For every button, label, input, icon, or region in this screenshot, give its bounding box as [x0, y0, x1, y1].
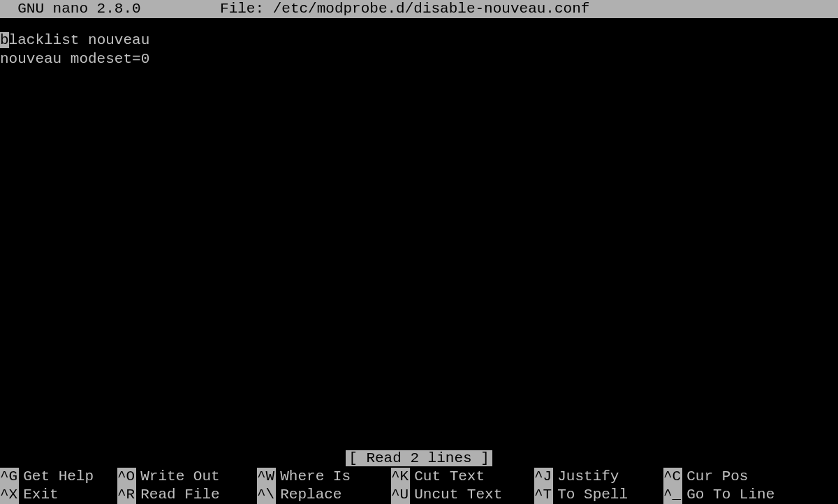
key-label: ^C — [663, 468, 682, 486]
key-label: ^K — [391, 468, 410, 486]
shortcut-row-1: ^GGet Help ^OWrite Out ^WWhere Is ^KCut … — [0, 468, 838, 486]
shortcut-label: Uncut Text — [410, 486, 502, 504]
shortcut-write-out[interactable]: ^OWrite Out — [117, 468, 257, 486]
shortcut-exit[interactable]: ^XExit — [0, 486, 117, 504]
shortcut-read-file[interactable]: ^RRead File — [117, 486, 257, 504]
cursor: b — [0, 32, 9, 48]
status-line: [ Read 2 lines ] — [0, 450, 838, 468]
shortcut-label: Replace — [276, 486, 341, 504]
shortcut-cut-text[interactable]: ^KCut Text — [391, 468, 534, 486]
shortcut-uncut-text[interactable]: ^UUncut Text — [391, 486, 534, 504]
shortcut-rows: ^GGet Help ^OWrite Out ^WWhere Is ^KCut … — [0, 468, 838, 504]
bottom-panel: [ Read 2 lines ] ^GGet Help ^OWrite Out … — [0, 450, 838, 504]
shortcut-label: Justify — [553, 468, 619, 486]
shortcut-get-help[interactable]: ^GGet Help — [0, 468, 117, 486]
shortcut-label: Get Help — [19, 468, 94, 486]
key-label: ^J — [534, 468, 553, 486]
key-label: ^\ — [257, 486, 276, 504]
key-label: ^R — [117, 486, 136, 504]
shortcut-justify[interactable]: ^JJustify — [534, 468, 663, 486]
key-label: ^_ — [663, 486, 682, 504]
shortcut-label: Write Out — [136, 468, 219, 486]
shortcut-label: Exit — [19, 486, 58, 504]
key-label: ^O — [117, 468, 136, 486]
title-spacer — [141, 1, 220, 17]
shortcut-label: Read File — [136, 486, 219, 504]
editor-line2: nouveau modeset=0 — [0, 51, 149, 67]
key-label: ^X — [0, 486, 19, 504]
editor-line1: lacklist nouveau — [9, 32, 150, 48]
shortcut-cur-pos[interactable]: ^CCur Pos — [663, 468, 838, 486]
title-bar: GNU nano 2.8.0 File: /etc/modprobe.d/dis… — [0, 0, 838, 18]
editor-area[interactable]: blacklist nouveau nouveau modeset=0 — [0, 18, 838, 68]
shortcut-label: Go To Line — [682, 486, 774, 504]
status-badge: [ Read 2 lines ] — [346, 450, 492, 466]
file-label: File: /etc/modprobe.d/disable-nouveau.co… — [220, 0, 589, 18]
key-label: ^W — [257, 468, 276, 486]
shortcut-go-to-line[interactable]: ^_Go To Line — [663, 486, 838, 504]
key-label: ^U — [391, 486, 410, 504]
shortcut-label: To Spell — [553, 486, 628, 504]
key-label: ^G — [0, 468, 19, 486]
app-name: GNU nano 2.8.0 — [0, 0, 141, 18]
key-label: ^T — [534, 486, 553, 504]
shortcut-row-2: ^XExit ^RRead File ^\Replace ^UUncut Tex… — [0, 486, 838, 504]
shortcut-label: Cut Text — [410, 468, 485, 486]
shortcut-label: Where Is — [276, 468, 351, 486]
shortcut-where-is[interactable]: ^WWhere Is — [257, 468, 391, 486]
shortcut-to-spell[interactable]: ^TTo Spell — [534, 486, 663, 504]
shortcut-replace[interactable]: ^\Replace — [257, 486, 391, 504]
shortcut-label: Cur Pos — [682, 468, 748, 486]
